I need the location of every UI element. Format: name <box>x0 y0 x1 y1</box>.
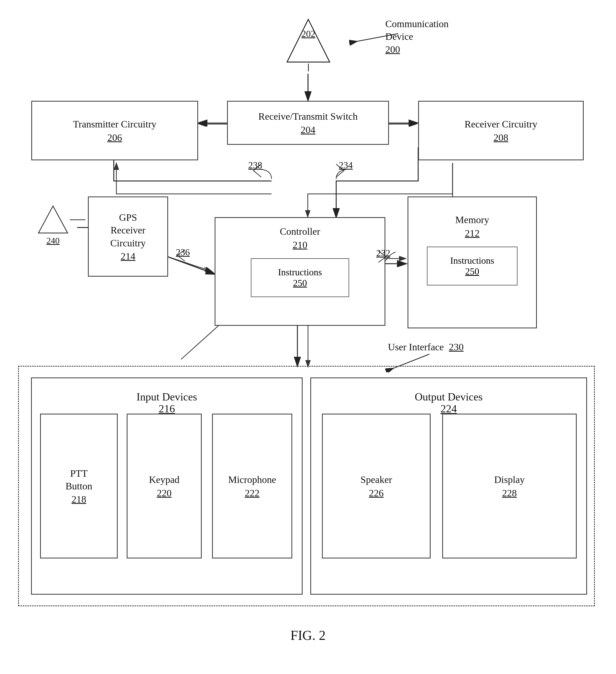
svg-marker-19 <box>287 19 330 62</box>
svg-line-16 <box>166 256 215 274</box>
switch-204-box: Receive/Transmit Switch 204 <box>227 101 389 145</box>
memory-212-box: Memory 212 Instructions 250 <box>408 197 537 328</box>
comm-device-label: Communication Device 200 <box>385 18 449 56</box>
antenna-202: 202 <box>285 15 332 73</box>
arrow-232-label: 232 <box>376 248 390 258</box>
ptt-218-box: PTT Button 218 <box>40 414 118 558</box>
figure-label: FIG. 2 <box>290 628 326 643</box>
arrow-234-label: 234 <box>339 160 353 171</box>
arrow-238-label: 238 <box>248 160 262 171</box>
transmitter-206-box: Transmitter Circuitry 206 <box>31 101 198 160</box>
display-228-box: Display 228 <box>442 414 577 558</box>
svg-marker-22 <box>38 206 68 233</box>
arrow-236-label: 236 <box>176 247 190 258</box>
gps-antenna-240-label: 240 <box>46 236 60 246</box>
gps-214-box: GPS Receiver Circuitry 214 <box>88 197 168 276</box>
keypad-220-box: Keypad 220 <box>127 414 202 558</box>
gps-antenna-240: 240 <box>34 204 73 246</box>
controller-210-box: Controller 210 Instructions 250 <box>215 217 385 326</box>
receiver-208-box: Receiver Circuitry 208 <box>418 101 584 160</box>
user-interface-label: User Interface 230 <box>388 341 464 353</box>
antenna-202-label: 202 <box>302 28 315 39</box>
diagram: 202 Communication Device 200 Receive/Tra… <box>0 0 616 674</box>
microphone-222-box: Microphone 222 <box>212 414 292 558</box>
speaker-226-box: Speaker 226 <box>322 414 431 558</box>
controller-instructions-box: Instructions 250 <box>251 258 349 297</box>
memory-instructions-box: Instructions 250 <box>427 247 517 286</box>
